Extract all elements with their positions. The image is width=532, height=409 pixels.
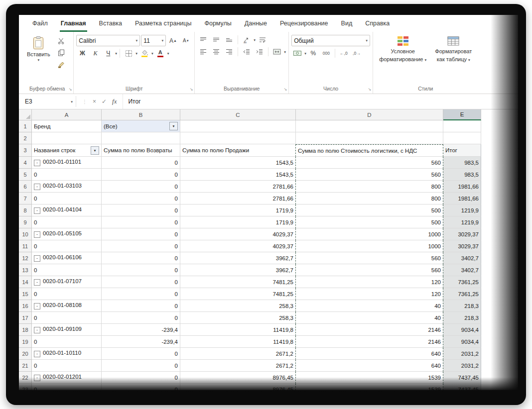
cell-A21[interactable]: 0 [32,360,102,372]
row-header-15[interactable]: 15 [19,288,32,300]
cell-D9[interactable]: 500 [296,216,443,228]
select-all-corner[interactable] [19,109,32,120]
row-header-9[interactable]: 9 [19,216,32,228]
row-header-5[interactable]: 5 [19,169,32,181]
borders-button[interactable] [123,48,134,58]
cell-A12[interactable]: -0020-01-06106 [32,252,102,264]
collapse-button[interactable]: - [34,160,40,166]
collapse-button[interactable]: - [34,184,40,190]
cell-A6[interactable]: -0020-01-03103 [32,181,102,193]
cancel-icon[interactable]: × [93,98,96,105]
cell-C16[interactable]: 258,3 [180,300,296,312]
cell-E18[interactable]: 9034,4 [443,324,481,336]
cell-C1[interactable] [180,120,296,132]
decrease-decimal-button[interactable]: ,0→ [351,48,363,58]
conditional-formatting-button[interactable]: Условное форматирование ▾ [376,34,430,63]
row-header-22[interactable]: 22 [19,372,32,384]
tab-formulas[interactable]: Формулы [198,15,238,32]
bold-button[interactable]: Ж [76,48,88,58]
row-header-10[interactable]: 10 [19,228,32,240]
cell-E11[interactable]: 3029,37 [443,240,481,252]
row-labels-filter-dropdown[interactable]: ▼ [91,146,99,155]
cell-E19[interactable]: 9034,4 [443,336,481,348]
cell-A16[interactable]: -0020-01-08108 [32,300,102,312]
cell-B22[interactable]: 0 [102,372,180,384]
cell-B6[interactable]: 0 [102,181,180,193]
dialog-launcher-icon[interactable]: ↘ [368,88,371,92]
report-filter-dropdown[interactable]: ▼ [169,122,178,130]
cut-button[interactable] [55,36,67,46]
cell-C4[interactable]: 1543,5 [180,157,296,169]
cell-A7[interactable]: 0 [32,193,102,204]
cell-E12[interactable]: 3402,7 [443,252,481,264]
row-header-19[interactable]: 19 [19,336,32,348]
row-header-17[interactable]: 17 [19,312,32,324]
tab-insert[interactable]: Вставка [93,15,129,32]
italic-button[interactable]: К [89,48,101,58]
collapse-button[interactable]: - [34,375,40,381]
cell-C20[interactable]: 2671,2 [180,348,296,360]
format-painter-button[interactable] [55,60,67,70]
cell-D20[interactable]: 640 [296,348,443,360]
tab-file[interactable]: Файл [26,15,54,32]
column-header-E[interactable]: E [443,109,481,120]
cell-D3[interactable]: Сумма по полю Стоимость логистики, с НДС [296,144,443,157]
cell-B12[interactable]: 0 [102,252,180,264]
column-header-C[interactable]: C [180,109,296,120]
row-header-18[interactable]: 18 [19,324,32,336]
cell-E8[interactable]: 1219,9 [443,204,481,216]
tab-review[interactable]: Рецензирование [273,15,335,32]
cell-B23[interactable]: 0 [102,384,180,390]
align-left-button[interactable] [197,47,209,57]
cell-C10[interactable]: 4029,37 [180,228,296,240]
cell-D1[interactable] [296,120,443,132]
font-size-select[interactable]: 11 ▾ [141,35,166,46]
increase-indent-button[interactable] [254,47,266,57]
insert-function-button[interactable]: fx [112,98,117,105]
tab-data[interactable]: Данные [238,15,273,32]
cell-A22[interactable]: -0020-02-01201 [32,372,102,384]
font-name-select[interactable]: Calibri ▾ [76,35,140,46]
cell-A8[interactable]: -0020-01-04104 [32,204,102,216]
collapse-button[interactable]: - [34,255,40,262]
cell-D13[interactable]: 560 [296,264,443,276]
column-header-D[interactable]: D [296,109,443,120]
row-header-11[interactable]: 11 [19,240,32,252]
cell-C7[interactable]: 2781,66 [180,193,296,204]
cell-C13[interactable]: 3962,7 [180,264,296,276]
cell-B16[interactable]: 0 [102,300,180,312]
comma-style-button[interactable]: 000 [320,48,332,58]
cell-C21[interactable]: 2671,2 [180,360,296,372]
row-header-12[interactable]: 12 [19,252,32,264]
cell-A2[interactable] [32,132,102,144]
cell-A13[interactable]: 0 [32,264,102,276]
cell-D21[interactable]: 640 [296,360,443,372]
cell-E1[interactable] [443,120,481,132]
cell-B21[interactable]: 0 [102,360,180,372]
cell-C11[interactable]: 4029,37 [180,240,296,252]
cell-C23[interactable]: 8976,45 [180,384,296,390]
collapse-button[interactable]: - [34,279,40,286]
orientation-button[interactable]: ab [241,35,253,45]
cell-E21[interactable]: 2031,2 [443,360,481,372]
cell-B5[interactable]: 0 [102,169,180,181]
copy-button[interactable] [55,48,67,58]
increase-font-size-button[interactable]: A▲ [167,36,179,46]
row-header-14[interactable]: 14 [19,276,32,288]
font-color-button[interactable]: А [154,48,166,58]
cell-C12[interactable]: 3962,7 [180,252,296,264]
row-header-4[interactable]: 4 [19,157,32,169]
tab-help[interactable]: Справка [359,15,396,32]
cell-A19[interactable]: 0 [32,336,102,348]
cell-B8[interactable]: 0 [102,204,180,216]
cell-A15[interactable]: 0 [32,288,102,300]
cell-B19[interactable]: -239,4 [102,336,180,348]
merge-center-button[interactable] [271,47,283,57]
formula-bar-grip[interactable]: ⋮ [82,99,87,104]
cell-E10[interactable]: 3029,37 [443,228,481,240]
row-header-8[interactable]: 8 [19,204,32,216]
cell-D19[interactable]: 2146 [296,336,443,348]
cell-E16[interactable]: 218,3 [443,300,481,312]
cell-C17[interactable]: 258,3 [180,312,296,324]
cell-C6[interactable]: 2781,66 [180,181,296,193]
